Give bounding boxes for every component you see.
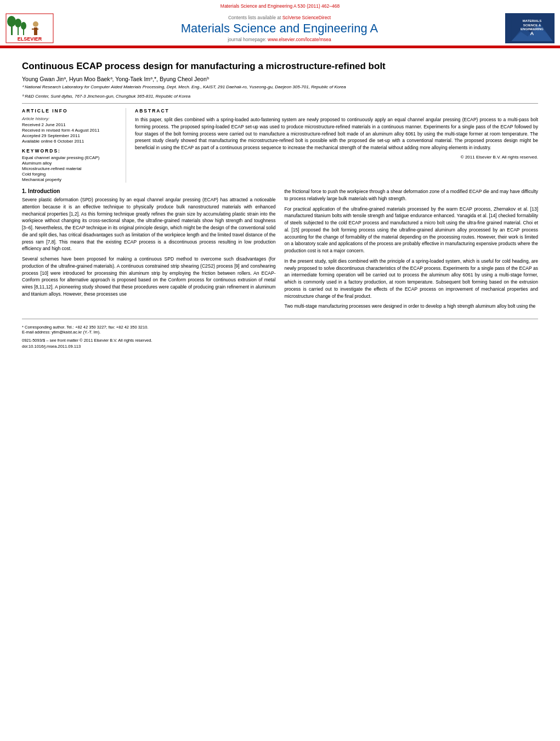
affil-a-text: ᵃ National Research Laboratory for Compu… <box>22 84 346 89</box>
journal-right-logo: MATERIALS SCIENCE & ENGINEERING A <box>505 13 555 43</box>
abstract-col: ABSTRACT In this paper, split dies combi… <box>135 108 538 183</box>
corresponding-text: * Corresponding author. Tel.: +82 42 350… <box>22 325 148 330</box>
paper-title-area: Continuous ECAP process design for manuf… <box>22 60 538 72</box>
available-date: Available online 6 October 2011 <box>22 139 120 144</box>
keyword-2: Aluminum alloy <box>22 161 120 166</box>
intro-paragraph-2: Several schemes have been proposed for m… <box>22 256 276 298</box>
accepted-date: Accepted 29 September 2011 <box>22 133 120 138</box>
authors-text: Young Gwan Jinᵃ, Hyun Moo Baekᵃ, Yong-Ta… <box>22 76 210 82</box>
intro-paragraph-6: Two multi-stage manufacturing processes … <box>285 303 539 310</box>
abstract-text: In this paper, split dies combined with … <box>135 116 538 151</box>
revised-date: Received in revised form 4 August 2011 <box>22 128 120 133</box>
journal-ref: Materials Science and Engineering A 530 … <box>220 3 340 9</box>
footnote-1: 0921-5093/$ – see front matter © 2011 El… <box>22 338 538 343</box>
doi-line: doi:10.1016/j.msea.2011.09.113 <box>22 344 538 349</box>
elsevier-logo: ELSEVIER <box>5 13 54 43</box>
svg-text:MATERIALS: MATERIALS <box>523 19 541 22</box>
page: Materials Science and Engineering A 530 … <box>0 0 560 741</box>
sciverse-link[interactable]: SciVerse ScienceDirect <box>282 15 331 20</box>
affil-b-text: ᵇ R&D Center, Sunil dyfas, 767-3 Jincheo… <box>22 94 190 99</box>
keyword-5: Mechanical property <box>22 177 120 182</box>
svg-text:SCIENCE &: SCIENCE & <box>523 24 541 27</box>
intro-heading: 1. Introduction <box>22 188 276 194</box>
homepage-text: journal homepage: <box>228 37 268 42</box>
body-col-right: the frictional force to push the workpie… <box>285 188 539 313</box>
svg-point-3 <box>7 16 16 27</box>
corresponding-note: * Corresponding author. Tel.: +82 42 350… <box>22 325 538 335</box>
affiliation-a: ᵃ National Research Laboratory for Compu… <box>22 84 538 89</box>
affiliation-b: ᵇ R&D Center, Sunil dyfas, 767-3 Jincheo… <box>22 94 538 99</box>
article-info-heading: ARTICLE INFO <box>22 108 120 114</box>
abstract-heading: ABSTRACT <box>135 108 538 114</box>
red-divider <box>0 46 560 47</box>
journal-title-area: Contents lists available at SciVerse Sci… <box>54 15 505 42</box>
received-date: Received 2 June 2011 <box>22 122 120 127</box>
paper-title: Continuous ECAP process design for manuf… <box>22 60 538 72</box>
copyright-line: © 2011 Elsevier B.V. All rights reserved… <box>135 155 538 160</box>
email-text: E-mail address: ytim@kaist.ac.kr (Y.-T. … <box>22 330 100 335</box>
article-info-col: ARTICLE INFO Article history: Received 2… <box>22 108 126 183</box>
body-section: 1. Introduction Severe plastic deformati… <box>22 188 538 313</box>
keywords-heading: Keywords: <box>22 148 120 154</box>
elsevier-logo-svg: ELSEVIER <box>5 13 54 43</box>
intro-paragraph-5: In the present study, split dies combine… <box>285 258 539 300</box>
intro-paragraph-1: Severe plastic deformation (SPD) process… <box>22 196 276 252</box>
history-label: Article history: <box>22 116 120 121</box>
journal-homepage: journal homepage: www.elsevier.com/locat… <box>54 37 505 42</box>
journal-ref-line: Materials Science and Engineering A 530 … <box>0 3 560 9</box>
intro-paragraph-3: the frictional force to push the workpie… <box>285 188 539 202</box>
journal-brand-logo: MATERIALS SCIENCE & ENGINEERING A <box>508 15 556 41</box>
authors-line: Young Gwan Jinᵃ, Hyun Moo Baekᵃ, Yong-Ta… <box>22 76 538 82</box>
content-area: Continuous ECAP process design for manuf… <box>0 48 560 355</box>
keywords-block: Keywords: Equal channel angular pressing… <box>22 148 120 182</box>
sciverse-text: Contents lists available at <box>228 15 282 20</box>
footer-area: * Corresponding author. Tel.: +82 42 350… <box>22 319 538 349</box>
svg-text:ELSEVIER: ELSEVIER <box>18 36 42 42</box>
journal-main-title: Materials Science and Engineering A <box>54 21 505 36</box>
intro-paragraph-4: For practical application of the ultrafi… <box>285 206 539 254</box>
svg-rect-11 <box>36 29 38 30</box>
svg-point-7 <box>21 22 26 30</box>
article-info-abstract-section: ARTICLE INFO Article history: Received 2… <box>22 103 538 183</box>
svg-rect-10 <box>32 29 35 30</box>
keyword-1: Equal channel angular pressing (ECAP) <box>22 155 120 160</box>
body-col-left: 1. Introduction Severe plastic deformati… <box>22 188 276 313</box>
journal-banner: ELSEVIER Contents lists available at Sci… <box>0 11 560 46</box>
svg-point-5 <box>15 19 21 27</box>
keyword-3: Microstructure-refined material <box>22 166 120 171</box>
sciverse-line: Contents lists available at SciVerse Sci… <box>54 15 505 20</box>
svg-text:A: A <box>530 30 534 36</box>
footnote-block: 0921-5093/$ – see front matter © 2011 El… <box>22 338 538 349</box>
homepage-link[interactable]: www.elsevier.com/locate/msea <box>268 37 331 42</box>
journal-header: Materials Science and Engineering A 530 … <box>0 0 560 48</box>
svg-point-8 <box>33 21 38 27</box>
article-history-block: Article history: Received 2 June 2011 Re… <box>22 116 120 144</box>
keyword-4: Cold forging <box>22 172 120 177</box>
